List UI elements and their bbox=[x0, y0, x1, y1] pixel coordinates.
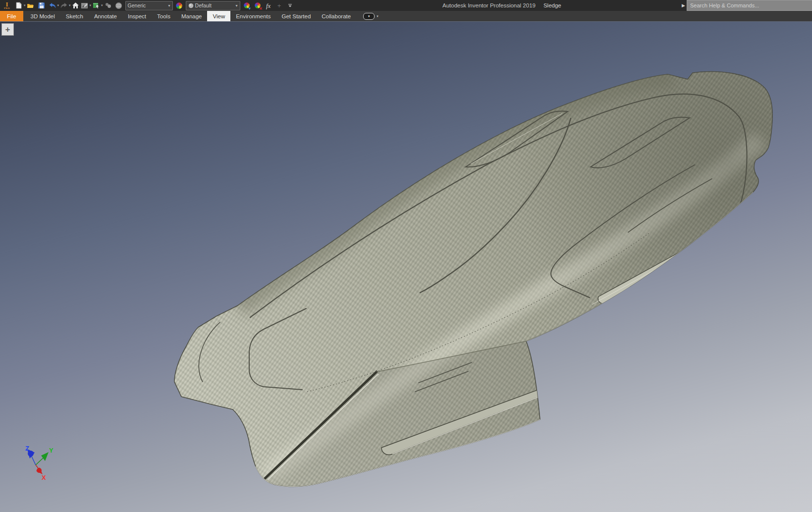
tab-view[interactable]: View bbox=[207, 11, 230, 21]
new-view-tab-button[interactable]: + bbox=[1, 23, 14, 36]
inventor-logo-icon[interactable]: I PRO bbox=[1, 0, 12, 10]
svg-text:Z: Z bbox=[25, 445, 29, 452]
material-dropdown[interactable]: Generic ▾ bbox=[125, 1, 173, 10]
svg-text:Y: Y bbox=[49, 447, 54, 454]
component-spheres-icon[interactable] bbox=[104, 1, 112, 10]
tab-annotate[interactable]: Annotate bbox=[89, 11, 122, 21]
home-view-icon[interactable] bbox=[71, 1, 80, 10]
ribbon-display-caret-icon[interactable]: ▾ bbox=[377, 14, 379, 18]
red-x-badge-icon: ✕ bbox=[259, 7, 263, 11]
ribbon-tab-bar: File3D ModelSketchAnnotateInspectToolsMa… bbox=[0, 11, 812, 22]
tab-manage[interactable]: Manage bbox=[176, 11, 208, 21]
undo-dropdown-icon[interactable]: ▾ bbox=[57, 3, 59, 7]
render-image-icon[interactable] bbox=[80, 1, 89, 10]
logo-letter: I bbox=[5, 2, 8, 7]
logo-sub: PRO bbox=[4, 7, 10, 9]
tab-get-started[interactable]: Get Started bbox=[276, 11, 317, 21]
tab-collaborate[interactable]: Collaborate bbox=[316, 11, 356, 21]
material-dropdown-caret-icon: ▾ bbox=[168, 3, 170, 8]
window-title: Autodesk Inventor Professional 2019 Sled… bbox=[442, 0, 561, 11]
svg-text:X: X bbox=[42, 474, 46, 481]
quick-access-toolbar: I PRO ▾ ▾ ▾ ▾ ▾ bbox=[0, 0, 295, 11]
redo-dropdown-icon[interactable]: ▾ bbox=[69, 3, 71, 7]
search-input[interactable] bbox=[687, 0, 812, 11]
document-title: Sledge bbox=[543, 2, 561, 8]
parameters-fx-icon[interactable]: fx bbox=[264, 1, 273, 10]
tab-file[interactable]: File bbox=[0, 11, 23, 21]
search-expand-arrow-icon[interactable]: ▶ bbox=[682, 3, 685, 8]
funnel-badge-icon: ▼ bbox=[248, 7, 252, 11]
model-sledge: Z Y X bbox=[0, 22, 812, 512]
viewport-canvas[interactable]: Z Y X + bbox=[0, 22, 812, 512]
tab-inspect[interactable]: Inspect bbox=[122, 11, 152, 21]
redo-icon[interactable] bbox=[59, 1, 68, 10]
save-icon[interactable] bbox=[37, 1, 46, 10]
appearance-sphere-icon bbox=[188, 3, 194, 8]
material-browser-icon[interactable] bbox=[92, 1, 101, 10]
tab-3d-model[interactable]: 3D Model bbox=[25, 11, 60, 21]
measure-icon[interactable]: + bbox=[275, 1, 284, 10]
appearance-dropdown-value: Default bbox=[195, 2, 212, 8]
render-dropdown-icon[interactable]: ▾ bbox=[90, 3, 92, 7]
toolbar-options-caret-icon[interactable] bbox=[286, 1, 295, 10]
undo-icon[interactable] bbox=[48, 1, 57, 10]
material-browser-dropdown-icon[interactable]: ▾ bbox=[101, 3, 103, 7]
app-title: Autodesk Inventor Professional 2019 bbox=[442, 2, 536, 8]
new-document-dropdown-icon[interactable]: ▾ bbox=[24, 3, 26, 7]
open-icon[interactable] bbox=[26, 1, 35, 10]
physical-material-icon[interactable] bbox=[114, 1, 123, 10]
ribbon-display-toggle-icon[interactable]: ▼ bbox=[363, 13, 375, 20]
appearance-wheel-icon[interactable] bbox=[175, 1, 184, 10]
help-search-area: ▶ bbox=[682, 0, 812, 11]
appearance-dropdown-caret-icon: ▾ bbox=[236, 3, 238, 8]
tab-tools[interactable]: Tools bbox=[152, 11, 176, 21]
tab-sketch[interactable]: Sketch bbox=[60, 11, 89, 21]
tab-environments[interactable]: Environments bbox=[230, 11, 276, 21]
clear-appearance-override-icon[interactable]: ✕ bbox=[253, 1, 262, 10]
material-dropdown-value: Generic bbox=[128, 2, 146, 8]
adjust-appearance-icon[interactable]: ▼ bbox=[242, 1, 251, 10]
appearance-dropdown[interactable]: Default ▾ bbox=[186, 1, 240, 10]
title-bar: I PRO ▾ ▾ ▾ ▾ ▾ bbox=[0, 0, 812, 11]
orientation-triad-icon: Z Y X bbox=[25, 445, 54, 481]
new-document-icon[interactable] bbox=[14, 1, 23, 10]
